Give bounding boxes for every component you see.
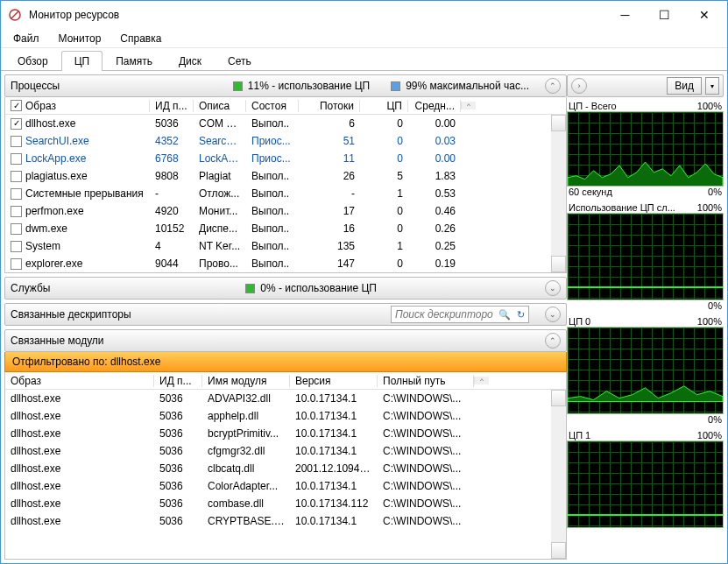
tab-memory[interactable]: Память	[102, 51, 166, 71]
view-dropdown-button[interactable]: ▾	[705, 77, 719, 95]
process-name: SearchUI.exe	[25, 135, 89, 147]
select-all-checkbox[interactable]: ✓	[11, 100, 22, 111]
module-version: 10.0.17134.1	[290, 427, 378, 440]
col-threads[interactable]: Потоки	[299, 100, 360, 112]
process-checkbox[interactable]	[11, 136, 22, 147]
collapse-modules-button[interactable]: ⌃	[545, 333, 561, 349]
module-row[interactable]: dllhost.exe5036clbcatq.dll2001.12.10941.…	[5, 460, 566, 477]
search-icon[interactable]: 🔍	[497, 309, 512, 321]
process-checkbox[interactable]	[11, 153, 22, 165]
tab-overview[interactable]: Обзор	[4, 51, 61, 71]
process-state: Выпол..	[246, 240, 299, 252]
tab-network[interactable]: Сеть	[215, 51, 265, 71]
close-button[interactable]: ✕	[684, 2, 724, 28]
scroll-header-icon: ^	[461, 102, 476, 109]
process-row[interactable]: LockApp.exe6768LockAp...Приос...1100.00	[5, 150, 566, 167]
process-pid: -	[150, 187, 194, 200]
col-avg[interactable]: Средн...	[408, 100, 461, 112]
cpu-graph-3: ЦП 1100%	[567, 428, 724, 528]
process-cpu: 1	[360, 187, 408, 200]
mcol-name[interactable]: Имя модуля	[202, 375, 290, 387]
col-desc[interactable]: Описа	[194, 100, 246, 112]
process-pid: 9044	[150, 257, 194, 270]
handles-search: 🔍 ↻	[391, 306, 529, 323]
process-threads: 16	[299, 222, 360, 235]
tab-disk[interactable]: Диск	[166, 51, 215, 71]
process-row[interactable]: dwm.exe10152Диспе...Выпол..1600.26	[5, 220, 566, 237]
module-image: dllhost.exe	[5, 410, 154, 422]
process-state: Выпол..	[246, 117, 299, 130]
graph-canvas	[567, 327, 724, 414]
menu-help[interactable]: Справка	[111, 31, 170, 46]
col-cpu[interactable]: ЦП	[360, 100, 408, 112]
titlebar[interactable]: Монитор ресурсов ─ ☐ ✕	[1, 1, 727, 29]
process-checkbox[interactable]	[11, 188, 22, 200]
svg-line-1	[11, 11, 18, 18]
process-name: dllhost.exe	[25, 117, 75, 130]
process-row[interactable]: SearchUI.exe4352Search ...Приос...5100.0…	[5, 132, 566, 150]
process-row[interactable]: Системные прерывания-Отлож...Выпол..-10.…	[5, 185, 566, 202]
module-row[interactable]: dllhost.exe5036cfgmgr32.dll10.0.17134.1C…	[5, 442, 566, 460]
module-row[interactable]: dllhost.exe5036ADVAPI32.dll10.0.17134.1C…	[5, 390, 566, 407]
process-row[interactable]: perfmon.exe4920Монит...Выпол..1700.46	[5, 202, 566, 220]
mcol-version[interactable]: Версия	[290, 375, 378, 387]
handles-header[interactable]: Связанные дескрипторы 🔍 ↻ ⌄	[4, 303, 567, 326]
handles-search-input[interactable]	[392, 308, 497, 321]
process-row[interactable]: System4NT Ker...Выпол..13510.25	[5, 237, 566, 255]
module-pid: 5036	[154, 480, 202, 492]
mcol-image[interactable]: Образ	[5, 375, 154, 387]
collapse-processes-button[interactable]: ⌃	[545, 78, 561, 94]
process-checkbox[interactable]	[11, 241, 22, 252]
modules-scrollbar[interactable]	[551, 390, 566, 559]
process-desc: NT Ker...	[194, 240, 246, 252]
module-pid: 5036	[154, 515, 202, 527]
module-image: dllhost.exe	[5, 445, 154, 457]
process-desc: Plagiat	[194, 170, 246, 182]
expand-handles-button[interactable]: ⌄	[545, 307, 561, 322]
process-checkbox[interactable]	[11, 258, 22, 270]
minimize-button[interactable]: ─	[605, 2, 645, 28]
process-row[interactable]: plagiatus.exe9808PlagiatВыпол..2651.83	[5, 167, 566, 185]
process-state: Выпол..	[246, 187, 299, 200]
col-state[interactable]: Состоя	[246, 100, 299, 112]
process-checkbox[interactable]	[11, 171, 22, 182]
process-checkbox[interactable]	[11, 223, 22, 235]
services-header[interactable]: Службы 0% - использование ЦП ⌄	[4, 277, 567, 300]
process-checkbox[interactable]: ✓	[11, 118, 22, 130]
graph-footer-l: 60 секунд	[569, 187, 612, 197]
process-name: System	[25, 240, 60, 252]
tab-cpu[interactable]: ЦП	[61, 51, 103, 71]
col-pid[interactable]: ИД п...	[150, 100, 194, 112]
cpu-usage-indicator-icon	[233, 81, 243, 91]
module-row[interactable]: dllhost.exe5036apphelp.dll10.0.17134.1C:…	[5, 407, 566, 425]
modules-header[interactable]: Связанные модули ⌃	[4, 329, 567, 352]
mcol-path[interactable]: Полный путь	[378, 375, 474, 387]
module-image: dllhost.exe	[5, 462, 154, 475]
graph-title: ЦП 0	[569, 316, 590, 327]
processes-header[interactable]: Процессы 11% - использование ЦП 99% макс…	[4, 74, 567, 97]
process-row[interactable]: explorer.exe9044Прово...Выпол..14700.19	[5, 255, 566, 272]
process-row[interactable]: ✓dllhost.exe5036COM S...Выпол..600.00	[5, 115, 566, 132]
processes-scrollbar[interactable]	[551, 115, 566, 272]
graph-title: ЦП 1	[569, 430, 590, 441]
modules-section: Связанные модули ⌃ Отфильтровано по: dll…	[4, 329, 567, 560]
col-image[interactable]: ✓Образ	[5, 100, 150, 112]
process-avg: 0.03	[408, 135, 461, 147]
process-threads: 11	[299, 152, 360, 165]
process-checkbox[interactable]	[11, 206, 22, 217]
module-row[interactable]: dllhost.exe5036ColorAdapter...10.0.17134…	[5, 477, 566, 495]
menu-file[interactable]: Файл	[4, 31, 48, 46]
module-row[interactable]: dllhost.exe5036combase.dll10.0.17134.112…	[5, 495, 566, 512]
process-pid: 9808	[150, 170, 194, 182]
view-button[interactable]: Вид	[667, 77, 702, 95]
services-cpu-indicator-icon	[245, 284, 255, 293]
module-row[interactable]: dllhost.exe5036CRYPTBASE.DLL10.0.17134.1…	[5, 512, 566, 530]
refresh-icon[interactable]: ↻	[512, 309, 528, 321]
module-row[interactable]: dllhost.exe5036bcryptPrimitiv...10.0.171…	[5, 425, 566, 442]
menu-monitor[interactable]: Монитор	[50, 31, 110, 46]
process-cpu: 0	[360, 152, 408, 165]
mcol-pid[interactable]: ИД п...	[154, 375, 202, 387]
maximize-button[interactable]: ☐	[645, 2, 684, 28]
expand-services-button[interactable]: ⌄	[545, 280, 561, 296]
hide-graphs-button[interactable]: ›	[571, 78, 587, 94]
